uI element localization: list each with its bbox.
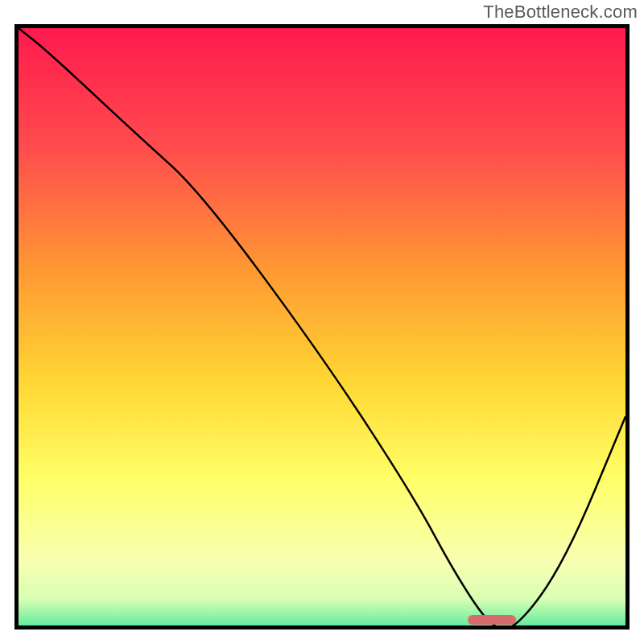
watermark-text: TheBottleneck.com <box>483 2 638 23</box>
optimal-range-marker <box>468 615 516 625</box>
plot-area <box>14 24 630 630</box>
chart-frame: TheBottleneck.com <box>0 0 644 644</box>
bottleneck-curve <box>19 28 625 630</box>
